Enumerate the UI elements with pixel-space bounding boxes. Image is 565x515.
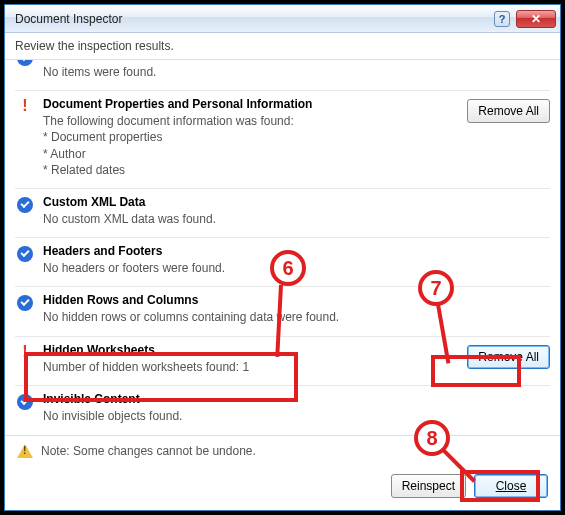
footer-buttons: Reinspect Close (5, 466, 560, 510)
remove-all-button[interactable]: Remove All (467, 345, 550, 369)
section-line: * Related dates (43, 162, 452, 178)
section-line: No invisible objects found. (43, 408, 452, 424)
section-line: No hidden rows or columns containing dat… (43, 309, 452, 325)
exclamation-icon: ! (22, 99, 27, 178)
section-line: No headers or footers were found. (43, 260, 452, 276)
warning-icon (17, 444, 33, 458)
section-line: No items were found. (43, 64, 452, 80)
help-icon[interactable]: ? (494, 11, 510, 27)
section-title: Custom XML Data (43, 195, 452, 209)
section-title: Hidden Rows and Columns (43, 293, 452, 307)
reinspect-button[interactable]: Reinspect (391, 474, 466, 498)
window-title: Document Inspector (15, 12, 494, 26)
footer-note-text: Note: Some changes cannot be undone. (41, 444, 256, 458)
check-icon (17, 295, 33, 311)
section-line: Number of hidden worksheets found: 1 (43, 359, 452, 375)
section-doc-properties: ! Document Properties and Personal Infor… (15, 91, 550, 189)
section-headers-footers: Headers and Footers No headers or footer… (15, 238, 550, 287)
check-icon (17, 246, 33, 262)
section-line: * Document properties (43, 129, 452, 145)
close-button[interactable]: Close (474, 474, 548, 498)
close-window-button[interactable]: ✕ (516, 10, 556, 28)
section-line: No custom XML data was found. (43, 211, 452, 227)
section-custom-xml: Custom XML Data No custom XML data was f… (15, 189, 550, 238)
subheader-text: Review the inspection results. (5, 33, 560, 60)
section-title: Comments and Annotations (43, 60, 452, 62)
section-invisible-content: Invisible Content No invisible objects f… (15, 386, 550, 434)
section-hidden-worksheets: ! Hidden Worksheets Number of hidden wor… (15, 337, 550, 386)
remove-all-button[interactable]: Remove All (467, 99, 550, 123)
footer-note: Note: Some changes cannot be undone. (5, 435, 560, 466)
section-line: The following document information was f… (43, 113, 452, 129)
check-icon (17, 60, 33, 66)
section-comments: Comments and Annotations No items were f… (15, 60, 550, 91)
section-title: Hidden Worksheets (43, 343, 452, 357)
document-inspector-dialog: Document Inspector ? ✕ Review the inspec… (4, 4, 561, 511)
section-hidden-rows-cols: Hidden Rows and Columns No hidden rows o… (15, 287, 550, 336)
exclamation-icon: ! (22, 345, 27, 375)
section-line: * Author (43, 146, 452, 162)
section-title: Document Properties and Personal Informa… (43, 97, 452, 111)
titlebar: Document Inspector ? ✕ (5, 5, 560, 33)
section-title: Headers and Footers (43, 244, 452, 258)
results-scroll-area[interactable]: Comments and Annotations No items were f… (5, 60, 560, 435)
section-title: Invisible Content (43, 392, 452, 406)
check-icon (17, 197, 33, 213)
check-icon (17, 394, 33, 410)
